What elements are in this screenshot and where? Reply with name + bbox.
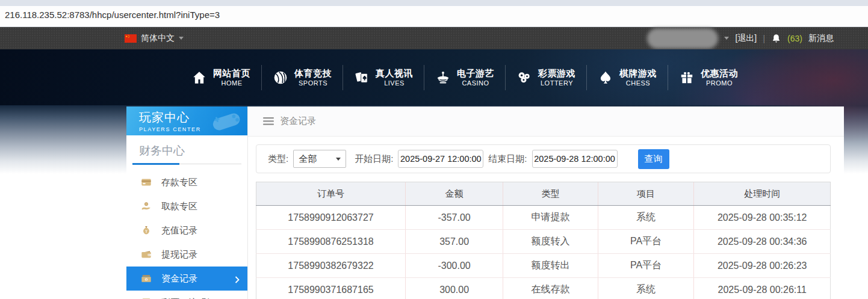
bell-icon[interactable] [771, 33, 781, 44]
column-header: 金额 [406, 182, 503, 206]
home-icon [191, 70, 207, 85]
content: 玩家中心 PLAYERS CENTER 财务中心 存款专区取款专区充值记录提现记… [126, 106, 844, 299]
sidebar-item-label: 充值记录 [161, 225, 197, 236]
table-cell: 1758990876251318 [256, 230, 406, 254]
nav-item-chess[interactable]: 棋牌游戏CHESS [587, 67, 668, 88]
message-count[interactable]: (63) [787, 34, 802, 43]
table-row: 1758990912063727-357.00申请提款系统2025-09-28 … [256, 206, 831, 230]
start-date-input[interactable] [398, 150, 483, 168]
main-nav: 网站首页HOME体育竞技SPORTS真人视讯LIVES电子游艺CASINO彩票游… [0, 49, 868, 105]
china-flag-icon [125, 34, 137, 43]
type-label: 类型: [268, 153, 288, 165]
select-caret-icon [336, 158, 341, 161]
nav-item-casino[interactable]: 电子游艺CASINO [424, 67, 505, 88]
lottery-balls-icon [516, 70, 532, 85]
sidebar-item-lottery-bet-details[interactable]: 彩票下注明细 [126, 291, 247, 299]
breadcrumb: 资金记录 [248, 106, 844, 137]
sidebar-item-withdrawal-records[interactable]: 提现记录 [126, 242, 247, 267]
table-cell: 申请提款 [503, 206, 598, 230]
moneybag-icon [140, 225, 152, 236]
nav-item-lives[interactable]: 真人视讯LIVES [343, 67, 424, 88]
table-cell: 2025-09-28 00:26:11 [694, 278, 831, 299]
browser-top-strip [0, 0, 868, 6]
sidebar-item-fund-records[interactable]: 资金记录 [126, 267, 247, 291]
start-date-label: 开始日期: [355, 153, 393, 165]
table-cell: 额度转入 [503, 230, 598, 254]
screen: 216.118.235.52:8783/hhcp/usercenter.html… [0, 0, 868, 299]
table-cell: 额度转出 [503, 254, 598, 278]
table-row: 1758990371687165300.00在线存款系统2025-09-28 0… [256, 278, 831, 299]
table-cell: 在线存款 [503, 278, 598, 299]
logout-link[interactable]: [退出] [735, 33, 757, 44]
topbar-right: [退出] | (63) 新消息 [647, 27, 834, 49]
nav-item-home[interactable]: 网站首页HOME [181, 67, 261, 88]
sidebar-item-recharge-records[interactable]: 充值记录 [126, 218, 247, 242]
nav-label-zh: 体育竞技 [294, 67, 332, 79]
table-cell: PA平台 [598, 254, 694, 278]
nav-label-en: LIVES [384, 79, 405, 88]
table-cell: 300.00 [406, 278, 503, 299]
table-cell: -357.00 [406, 206, 503, 230]
table-cell: PA平台 [598, 230, 694, 254]
fund-records-table: 订单号金额类型项目处理时间1758990912063727-357.00申请提款… [256, 182, 831, 299]
cash-icon [140, 273, 152, 284]
language-selector[interactable]: 简体中文 [125, 27, 184, 49]
new-messages-link[interactable]: 新消息 [808, 33, 834, 44]
hamburger-menu-icon [263, 117, 274, 125]
user-chevron-down-icon[interactable] [724, 37, 729, 40]
gift-icon [679, 70, 695, 85]
table-cell: 1758990371687165 [256, 278, 406, 299]
nav-item-sports[interactable]: 体育竞技SPORTS [262, 67, 343, 88]
end-date-label: 结束日期: [488, 153, 527, 165]
breadcrumb-label: 资金记录 [280, 116, 316, 127]
sidebar-item-withdraw-zone[interactable]: 取款专区 [126, 194, 247, 218]
sidebar-item-label: 资金记录 [161, 273, 197, 285]
sidebar-item-deposit-zone[interactable]: 存款专区 [126, 170, 247, 194]
players-center-header: 玩家中心 PLAYERS CENTER [126, 106, 247, 135]
column-header: 项目 [598, 182, 694, 206]
sidebar-item-label: 提现记录 [161, 249, 197, 260]
table-cell: 2025-09-28 00:35:12 [694, 206, 831, 230]
nav-label-zh: 棋牌游戏 [619, 67, 657, 79]
wallet-icon [140, 249, 152, 260]
table-cell: 1758990912063727 [256, 206, 406, 230]
roulette-icon [435, 70, 451, 85]
nav-label-zh: 电子游艺 [457, 67, 494, 79]
url-text[interactable]: 216.118.235.52:8783/hhcp/usercenter.html… [5, 10, 220, 20]
nav-label-en: CASINO [462, 79, 489, 88]
table-row: 1758990382679322-300.00额度转出PA平台2025-09-2… [256, 254, 831, 278]
table-row: 1758990876251318357.00额度转入PA平台2025-09-28… [256, 230, 831, 254]
nav-label-en: HOME [222, 79, 243, 88]
filter-bar: 类型: 全部 开始日期: 结束日期: 查询 [256, 144, 831, 173]
spade-icon [598, 70, 613, 85]
finance-center-label: 财务中心 [126, 135, 247, 164]
column-header: 订单号 [256, 182, 406, 206]
language-label: 简体中文 [141, 33, 175, 44]
nav-items: 网站首页HOME体育竞技SPORTS真人视讯LIVES电子游艺CASINO彩票游… [181, 49, 749, 105]
table-cell: 1758990382679322 [256, 254, 406, 278]
type-select[interactable]: 全部 [293, 150, 346, 168]
withdraw-hand-icon [140, 201, 152, 212]
column-header: 类型 [503, 182, 598, 206]
section-underline [132, 164, 241, 164]
topbar: 简体中文 [退出] | (63) 新消息 [0, 27, 868, 49]
chevron-down-icon [179, 37, 184, 40]
nav-label-en: LOTTERY [541, 79, 573, 88]
username-redacted [647, 28, 718, 49]
nav-label-en: PROMO [706, 79, 733, 88]
gamepad-icon [208, 109, 245, 135]
browser-address-bar[interactable]: 216.118.235.52:8783/hhcp/usercenter.html… [0, 0, 868, 27]
nav-label-en: SPORTS [299, 79, 327, 88]
search-button[interactable]: 查询 [638, 149, 669, 169]
sidebar: 玩家中心 PLAYERS CENTER 财务中心 存款专区取款专区充值记录提现记… [126, 106, 248, 299]
table-cell: 2025-09-28 00:26:23 [694, 254, 831, 278]
table-cell: 系统 [598, 278, 694, 299]
table-header-row: 订单号金额类型项目处理时间 [256, 182, 831, 206]
deposit-card-icon [140, 177, 152, 188]
nav-item-promo[interactable]: 优惠活动PROMO [668, 67, 749, 88]
end-date-input[interactable] [532, 150, 618, 168]
nav-label-zh: 优惠活动 [701, 67, 738, 79]
nav-label-zh: 真人视讯 [376, 67, 413, 79]
nav-item-lottery[interactable]: 彩票游戏LOTTERY [506, 67, 586, 88]
table-cell: 2025-09-28 00:34:36 [694, 230, 831, 254]
